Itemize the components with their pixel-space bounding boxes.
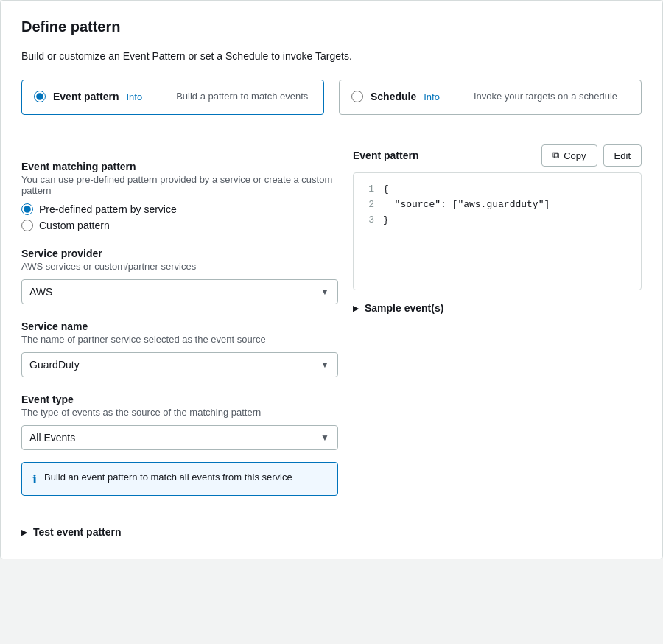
event-type-wrapper: All Events GuardDuty Finding ▼ <box>21 425 338 450</box>
service-name-select[interactable]: GuardDuty CloudTrail EC2 S3 <box>21 352 338 377</box>
edit-label: Edit <box>614 150 631 161</box>
sample-events-label: Sample event(s) <box>365 302 443 314</box>
test-event-label: Test event pattern <box>33 526 122 538</box>
service-name-desc: The name of partner service selected as … <box>21 334 338 345</box>
schedule-desc: Invoke your targets on a schedule <box>474 91 617 104</box>
event-pattern-radio[interactable] <box>34 91 46 102</box>
line-num-3: 3 <box>364 213 374 228</box>
service-provider-desc: AWS services or custom/partner services <box>21 261 338 272</box>
edit-button[interactable]: Edit <box>603 144 642 167</box>
line-num-1: 1 <box>364 182 374 197</box>
service-name-wrapper: GuardDuty CloudTrail EC2 S3 ▼ <box>21 352 338 377</box>
sample-events-chevron-icon: ▶ <box>353 304 359 313</box>
code-line-2: 2 "source": ["aws.guardduty"] <box>364 197 631 213</box>
copy-icon: ⧉ <box>552 150 559 161</box>
event-pattern-label: Event pattern <box>53 91 119 102</box>
info-box-text: Build an event pattern to match all even… <box>44 472 292 483</box>
right-panel: Event pattern ⧉ Copy Edit 1 { <box>353 144 642 496</box>
test-event-section[interactable]: ▶ Test event pattern <box>21 514 642 538</box>
service-provider-select[interactable]: AWS Custom/Partner services <box>21 279 338 304</box>
predefined-label: Pre-defined pattern by service <box>39 203 177 215</box>
service-provider-wrapper: AWS Custom/Partner services ▼ <box>21 279 338 304</box>
event-pattern-header: Event pattern ⧉ Copy Edit <box>353 144 642 167</box>
page-subtitle: Build or customize an Event Pattern or s… <box>21 50 642 62</box>
schedule-label: Schedule <box>371 91 416 102</box>
service-name-label: Service name <box>21 321 338 332</box>
event-matching-desc: You can use pre-defined pattern provided… <box>21 174 338 196</box>
custom-radio[interactable] <box>21 220 33 231</box>
left-panel: Event matching pattern You can use pre-d… <box>21 144 338 496</box>
schedule-card[interactable]: Schedule Info Invoke your targets on a s… <box>339 80 642 115</box>
event-pattern-info-link[interactable]: Info <box>126 91 142 102</box>
test-event-chevron-icon: ▶ <box>21 528 27 537</box>
copy-label: Copy <box>564 150 586 161</box>
copy-button[interactable]: ⧉ Copy <box>541 144 597 167</box>
info-circle-icon: ℹ <box>32 472 37 486</box>
sample-events-section[interactable]: ▶ Sample event(s) <box>353 302 642 314</box>
info-box: ℹ Build an event pattern to match all ev… <box>21 462 338 496</box>
custom-pattern-option[interactable]: Custom pattern <box>21 220 338 231</box>
custom-label: Custom pattern <box>39 220 110 231</box>
code-line-3: 3 } <box>364 213 631 228</box>
event-pattern-desc: Build a pattern to match events <box>176 91 308 104</box>
code-content-1: { <box>383 182 389 197</box>
predefined-pattern-option[interactable]: Pre-defined pattern by service <box>21 203 338 215</box>
event-pattern-card[interactable]: Event pattern Info Build a pattern to ma… <box>21 80 324 115</box>
event-type-label: Event type <box>21 393 338 405</box>
button-group: ⧉ Copy Edit <box>541 144 642 167</box>
schedule-radio[interactable] <box>351 91 363 102</box>
page-title: Define pattern <box>21 18 642 35</box>
event-pattern-section-title: Event pattern <box>353 150 418 161</box>
predefined-radio[interactable] <box>21 203 33 215</box>
schedule-info-link[interactable]: Info <box>424 91 440 102</box>
code-line-1: 1 { <box>364 182 631 197</box>
code-content-3: } <box>383 213 389 228</box>
event-pattern-code-box: 1 { 2 "source": ["aws.guardduty"] 3 } <box>353 172 642 290</box>
event-type-desc: The type of events as the source of the … <box>21 407 338 418</box>
code-content-2: "source": ["aws.guardduty"] <box>383 197 550 213</box>
line-num-2: 2 <box>364 197 374 213</box>
event-type-select[interactable]: All Events GuardDuty Finding <box>21 425 338 450</box>
service-provider-label: Service provider <box>21 248 338 259</box>
event-matching-label: Event matching pattern <box>21 161 338 172</box>
